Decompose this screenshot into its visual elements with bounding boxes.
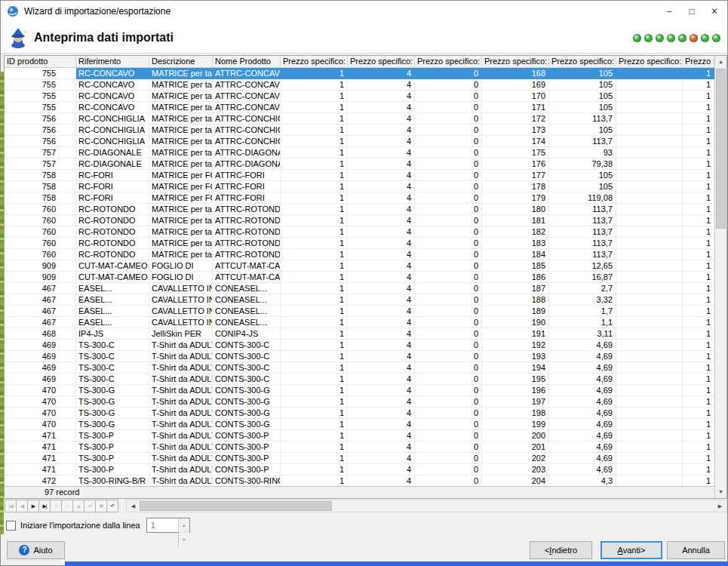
table-cell[interactable]: ATTRC-FORI (213, 170, 281, 181)
table-cell[interactable]: 16,87 (549, 272, 616, 283)
table-cell[interactable]: 4 (348, 113, 415, 125)
table-cell[interactable]: CAVALLETTO IN (149, 317, 213, 328)
table-cell[interactable]: 191 (482, 328, 549, 340)
table-row[interactable]: 470TS-300-GT-Shirt da ADULTOCONTS-300-G1… (5, 385, 714, 396)
table-cell[interactable]: CAVALLETTO IN (149, 283, 213, 294)
table-cell[interactable]: 1 (281, 362, 348, 374)
table-cell[interactable]: 472 (5, 475, 76, 486)
vertical-scroll-thumb[interactable] (716, 69, 726, 229)
table-cell[interactable]: MATRICE per taglio (149, 204, 213, 215)
table-row[interactable]: 760RC-ROTONDOMATRICE per taglioATTRC-ROT… (5, 215, 714, 226)
table-row[interactable]: 755RC-CONCAVOMATRICE per taglioATTRC-CON… (5, 102, 714, 113)
table-cell[interactable]: ATTRC-CONCAVO (213, 68, 281, 79)
table-cell[interactable]: 756 (5, 113, 76, 125)
table-cell[interactable]: 1 (281, 192, 348, 204)
table-cell[interactable]: 0 (415, 317, 482, 328)
next-button[interactable]: Avanti> (601, 541, 662, 559)
table-cell[interactable] (616, 181, 683, 192)
table-cell[interactable]: CONTS-300-RING-B/R (213, 475, 281, 486)
table-cell[interactable]: 1 (281, 283, 348, 294)
table-row[interactable]: 755RC-CONCAVOMATRICE per taglioATTRC-CON… (5, 68, 714, 79)
table-cell[interactable]: 1 (281, 464, 348, 475)
table-cell[interactable]: ATTCUT-MAT-CAMEO (213, 272, 281, 283)
spin-up-icon[interactable]: ▲ (178, 518, 189, 533)
table-cell[interactable]: 0 (415, 294, 482, 306)
table-cell[interactable]: ATTRC-CONCHIGLIA (213, 113, 281, 125)
table-cell[interactable]: 1 (281, 68, 348, 79)
table-cell[interactable]: 1 (683, 68, 714, 79)
table-row[interactable]: 909CUT-MAT-CAMEOFOGLIO DIATTCUT-MAT-CAME… (5, 260, 714, 272)
column-header[interactable]: Prezzo specifico: Pr (549, 56, 616, 67)
table-cell[interactable]: 0 (415, 419, 482, 430)
table-cell[interactable]: 4,69 (549, 464, 616, 475)
table-cell[interactable]: 113,7 (549, 113, 616, 125)
table-cell[interactable]: RC-CONCAVO (76, 102, 149, 113)
table-cell[interactable]: 0 (415, 147, 482, 158)
table-cell[interactable]: EASEL... (76, 294, 149, 306)
table-cell[interactable]: 171 (482, 102, 549, 113)
table-row[interactable]: 467EASEL...CAVALLETTO INCONEASEL...14018… (5, 294, 714, 306)
table-cell[interactable]: CONTS-300-P (213, 453, 281, 464)
table-cell[interactable]: 4,69 (549, 419, 616, 430)
table-cell[interactable]: IP4-JS (76, 328, 149, 340)
table-row[interactable]: 470TS-300-GT-Shirt da ADULTOCONTS-300-G1… (5, 419, 714, 430)
table-cell[interactable]: 1 (683, 453, 714, 464)
table-cell[interactable]: 200 (482, 430, 549, 441)
table-cell[interactable]: 1 (683, 249, 714, 260)
table-row[interactable]: 909CUT-MAT-CAMEOFOGLIO DIATTCUT-MAT-CAME… (5, 272, 714, 283)
table-cell[interactable] (616, 238, 683, 249)
table-cell[interactable] (616, 113, 683, 125)
table-cell[interactable]: 188 (482, 294, 549, 306)
table-cell[interactable]: MATRICE per taglio (149, 238, 213, 249)
table-cell[interactable]: 467 (5, 283, 76, 294)
table-row[interactable]: 471TS-300-PT-Shirt da ADULTOCONTS-300-P1… (5, 453, 714, 464)
table-cell[interactable]: 0 (415, 340, 482, 351)
table-cell[interactable]: 1 (281, 260, 348, 272)
table-cell[interactable]: 4 (348, 68, 415, 79)
table-row[interactable]: 760RC-ROTONDOMATRICE per taglioATTRC-ROT… (5, 249, 714, 260)
table-cell[interactable]: 0 (415, 192, 482, 204)
table-cell[interactable]: EASEL... (76, 283, 149, 294)
table-cell[interactable]: 1 (281, 328, 348, 340)
column-header[interactable]: Descrizione (149, 56, 213, 67)
table-cell[interactable] (616, 374, 683, 385)
table-cell[interactable] (616, 430, 683, 441)
table-cell[interactable]: 1 (281, 294, 348, 306)
table-cell[interactable]: 1 (281, 408, 348, 419)
nav-prior-button[interactable]: ◀ (16, 500, 28, 512)
table-cell[interactable] (616, 396, 683, 408)
table-cell[interactable]: 183 (482, 238, 549, 249)
table-cell[interactable]: TS-300-P (76, 430, 149, 441)
table-row[interactable]: 467EASEL...CAVALLETTO INCONEASEL...14019… (5, 317, 714, 328)
table-cell[interactable]: 471 (5, 441, 76, 453)
table-cell[interactable]: 471 (5, 453, 76, 464)
table-cell[interactable]: CAVALLETTO IN (149, 306, 213, 317)
table-cell[interactable]: 105 (549, 125, 616, 136)
table-row[interactable]: 469TS-300-CT-Shirt da ADULTOCONTS-300-C1… (5, 362, 714, 374)
table-cell[interactable]: 0 (415, 215, 482, 226)
nav-refresh-button[interactable]: ↶ (106, 500, 118, 512)
nav-cancel-button[interactable]: ✖ (95, 500, 107, 512)
table-cell[interactable]: 187 (482, 283, 549, 294)
table-cell[interactable] (616, 419, 683, 430)
table-cell[interactable]: CONTS-300-C (213, 340, 281, 351)
table-cell[interactable]: 1 (281, 441, 348, 453)
table-cell[interactable]: MATRICE per taglio (149, 79, 213, 91)
table-cell[interactable]: 1 (683, 181, 714, 192)
table-cell[interactable] (616, 79, 683, 91)
table-cell[interactable]: TS-300-P (76, 453, 149, 464)
nav-delete-button[interactable]: − (61, 500, 73, 512)
table-row[interactable]: 467EASEL...CAVALLETTO INCONEASEL...14018… (5, 306, 714, 317)
table-cell[interactable]: ATTRC-CONCHIGLIA (213, 136, 281, 147)
table-cell[interactable]: 0 (415, 136, 482, 147)
table-cell[interactable]: 909 (5, 272, 76, 283)
table-cell[interactable]: 201 (482, 441, 549, 453)
table-row[interactable]: 472TS-300-RING-B/RT-Shirt da ADULTOCONTS… (5, 475, 714, 486)
table-cell[interactable]: 1 (281, 102, 348, 113)
table-cell[interactable]: 113,7 (549, 226, 616, 238)
table-cell[interactable]: 169 (482, 79, 549, 91)
table-cell[interactable]: 4 (348, 238, 415, 249)
table-cell[interactable]: 0 (415, 170, 482, 181)
table-cell[interactable]: TS-300-C (76, 340, 149, 351)
table-cell[interactable]: 0 (415, 464, 482, 475)
